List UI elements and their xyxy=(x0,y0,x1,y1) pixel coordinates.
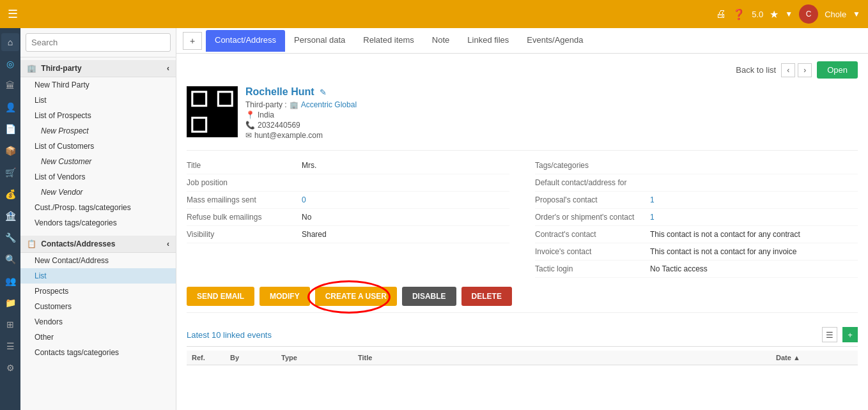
third-party-collapse-icon[interactable]: ‹ xyxy=(167,64,169,73)
search-input[interactable] xyxy=(26,33,171,52)
user-name: Chole xyxy=(825,10,846,19)
svg-rect-6 xyxy=(219,93,231,105)
open-button[interactable]: Open xyxy=(817,61,858,79)
sidebar-icon-package[interactable]: 📦 xyxy=(1,142,19,160)
sidebar-item-new-prospect[interactable]: New Prospect xyxy=(20,123,176,139)
svg-rect-17 xyxy=(227,125,235,135)
sidebar-item-contacts-tags[interactable]: Contacts tags/categories xyxy=(20,345,176,360)
star-icon[interactable]: ★ xyxy=(770,8,779,20)
sidebar-item-new-contact[interactable]: New Contact/Address xyxy=(20,253,176,268)
sidebar-icon-circle[interactable]: ◎ xyxy=(1,55,19,73)
sidebar-item-new-third-party[interactable]: New Third Party xyxy=(20,77,176,93)
create-user-button[interactable]: CREATE A USER xyxy=(315,287,397,306)
company-link[interactable]: Accentric Global xyxy=(301,100,357,109)
sidebar-item-new-customer[interactable]: New Customer xyxy=(20,154,176,169)
delete-button[interactable]: DELETE xyxy=(461,287,512,306)
search-box xyxy=(20,28,176,57)
contacts-section-header[interactable]: 📋 Contacts/Addresses ‹ xyxy=(20,236,176,253)
contacts-section: 📋 Contacts/Addresses ‹ New Contact/Addre… xyxy=(20,233,176,363)
field-proposal-contact: Proposal's contact 1 xyxy=(535,192,858,209)
sidebar-icon-users[interactable]: 👥 xyxy=(1,272,19,290)
sidebar-item-list-of-customers[interactable]: List of Customers xyxy=(20,139,176,154)
create-user-wrapper: CREATE A USER xyxy=(315,287,397,306)
sidebar-icon-building[interactable]: 🏛 xyxy=(1,77,19,95)
sidebar-icon-document[interactable]: 📄 xyxy=(1,120,19,138)
svg-rect-3 xyxy=(193,93,205,105)
field-job-position: Job position xyxy=(187,174,509,192)
sidebar-item-customers[interactable]: Customers xyxy=(20,299,176,314)
help-icon[interactable]: ❓ xyxy=(732,8,745,20)
sidebar-icon-settings[interactable]: ⚙ xyxy=(1,359,19,377)
profile-name: Rochelle Hunt xyxy=(245,86,314,98)
company-icon: 🏢 xyxy=(290,101,298,109)
sidebar-icon-person[interactable]: 👤 xyxy=(1,98,19,116)
tab-contact-address[interactable]: Contact/Address xyxy=(206,30,285,52)
main-layout: ⌂ ◎ 🏛 👤 📄 📦 🛒 💰 🏦 🔧 🔍 👥 📁 ⊞ ☰ ⚙ 🏢 Third-… xyxy=(0,28,868,410)
sidebar-icon-home[interactable]: ⌂ xyxy=(1,33,19,51)
nav-arrows: ‹ › xyxy=(781,63,812,77)
record-actions-top: Back to list ‹ › Open xyxy=(736,61,858,79)
sidebar-item-other[interactable]: Other xyxy=(20,330,176,345)
edit-icon[interactable]: ✎ xyxy=(320,87,327,97)
field-default-contact: Default contact/address for xyxy=(535,174,858,192)
tab-note[interactable]: Note xyxy=(423,30,458,52)
events-add-icon[interactable]: + xyxy=(842,327,858,342)
field-mass-emailings: Mass emailings sent 0 xyxy=(187,192,509,209)
print-icon[interactable]: 🖨 xyxy=(716,8,726,20)
avatar[interactable]: C xyxy=(799,4,818,24)
sidebar-item-vendors-tags[interactable]: Vendors tags/categories xyxy=(20,215,176,231)
sidebar-icon-grid[interactable]: ⊞ xyxy=(1,315,19,333)
sidebar-item-vendors[interactable]: Vendors xyxy=(20,314,176,330)
profile-phone: 📞 2032440569 xyxy=(245,121,357,130)
next-record-button[interactable]: › xyxy=(798,63,812,77)
field-tags: Tags/categories xyxy=(535,157,858,174)
sidebar-item-list[interactable]: List xyxy=(20,93,176,108)
sidebar-icon-search[interactable]: 🔍 xyxy=(1,250,19,268)
tab-personal-data[interactable]: Personal data xyxy=(285,30,354,52)
hamburger-icon[interactable]: ☰ xyxy=(8,7,18,21)
back-to-list-link[interactable]: Back to list xyxy=(736,65,776,75)
sidebar-icon-money[interactable]: 💰 xyxy=(1,185,19,203)
send-email-button[interactable]: SEND EMAIL xyxy=(187,287,254,306)
field-order-contact: Order's or shipment's contact 1 xyxy=(535,209,858,226)
profile-info: Rochelle Hunt ✎ Third-party : 🏢 Accentri… xyxy=(245,86,357,141)
events-header: Latest 10 linked events ☰ + xyxy=(187,323,858,347)
sidebar-icon-folder[interactable]: 📁 xyxy=(1,294,19,312)
events-list-icon[interactable]: ☰ xyxy=(822,327,837,342)
contacts-label: Contacts/Addresses xyxy=(41,239,115,248)
third-party-section-header[interactable]: 🏢 Third-party ‹ xyxy=(20,60,176,77)
modify-button[interactable]: MODIFY xyxy=(260,287,310,306)
field-title: Title Mrs. xyxy=(187,157,509,174)
events-section: Latest 10 linked events ☰ + Ref. By Type… xyxy=(187,323,858,365)
field-visibility: Visibility Shared xyxy=(187,226,509,243)
section-divider-1 xyxy=(187,150,858,151)
svg-rect-10 xyxy=(215,115,219,119)
sidebar-icon-cart[interactable]: 🛒 xyxy=(1,163,19,181)
contacts-collapse-icon[interactable]: ‹ xyxy=(167,239,169,248)
plus-icon: + xyxy=(190,36,195,46)
sidebar-icon-tools[interactable]: 🔧 xyxy=(1,229,19,247)
sidebar-item-cust-prosp-tags[interactable]: Cust./Prosp. tags/categories xyxy=(20,200,176,215)
sidebar-item-prospects[interactable]: Prospects xyxy=(20,284,176,299)
user-chevron-icon[interactable]: ▼ xyxy=(853,10,860,19)
chevron-down-icon[interactable]: ▼ xyxy=(785,10,793,19)
tab-related-items[interactable]: Related items xyxy=(354,30,422,52)
tab-events-agenda[interactable]: Events/Agenda xyxy=(518,30,592,52)
sidebar-item-list-of-vendors[interactable]: List of Vendors xyxy=(20,169,176,185)
field-contract-contact: Contract's contact This contact is not a… xyxy=(535,226,858,243)
profile-email: ✉ hunt@example.com xyxy=(245,131,357,140)
location-icon: 📍 xyxy=(245,110,255,119)
sidebar-item-new-vendor[interactable]: New Vendor xyxy=(20,185,176,200)
disable-button[interactable]: DISABLE xyxy=(402,287,456,306)
tab-linked-files[interactable]: Linked files xyxy=(458,30,518,52)
fields-right: Tags/categories Default contact/address … xyxy=(535,157,858,278)
sidebar-item-list2[interactable]: List xyxy=(20,268,176,284)
new-record-button[interactable]: + xyxy=(183,32,202,50)
sidebar-icon-bank[interactable]: 🏦 xyxy=(1,207,19,225)
sidebar-item-list-of-prospects[interactable]: List of Prospects xyxy=(20,108,176,123)
prev-record-button[interactable]: ‹ xyxy=(781,63,795,77)
col-title: Title xyxy=(358,354,776,361)
fields-left: Title Mrs. Job position Mass emailings s… xyxy=(187,157,509,278)
sidebar-icon-stack[interactable]: ☰ xyxy=(1,337,19,355)
record-area: Back to list ‹ › Open xyxy=(176,54,868,410)
